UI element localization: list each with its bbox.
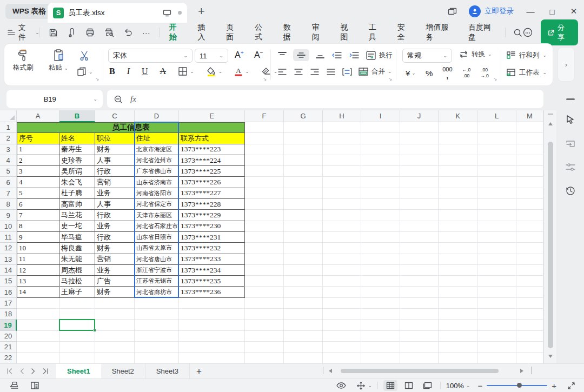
cell-L20[interactable]: [477, 331, 516, 342]
fill-color-button[interactable]: ⌄: [206, 67, 223, 76]
cell-G21[interactable]: [284, 342, 323, 353]
pan-view-icon[interactable]: ⌄: [356, 381, 372, 390]
cell-A7[interactable]: 5: [17, 188, 59, 199]
cell-J6[interactable]: [400, 177, 439, 188]
column-header-M[interactable]: M: [516, 110, 543, 122]
cell-H17[interactable]: [323, 298, 361, 309]
cell-G1[interactable]: [284, 122, 323, 133]
cell-H15[interactable]: [323, 276, 361, 287]
cell-B6[interactable]: 朱会飞: [59, 177, 95, 188]
export-pdf-icon[interactable]: [68, 28, 76, 37]
row-header-8[interactable]: 8: [0, 199, 17, 210]
cell-G18[interactable]: [284, 309, 323, 320]
cell-C15[interactable]: 广告: [95, 276, 135, 287]
cell-B10[interactable]: 史一坨: [59, 221, 95, 232]
row-header-15[interactable]: 15: [0, 276, 17, 287]
cell-E21[interactable]: [179, 342, 245, 353]
row-header-19[interactable]: 19: [0, 320, 17, 330]
tab-home[interactable]: 开始: [169, 19, 183, 45]
cell-B19[interactable]: [59, 320, 95, 330]
cell-M20[interactable]: [516, 331, 543, 342]
cell-L11[interactable]: [477, 232, 516, 243]
row-header-6[interactable]: 6: [0, 177, 17, 188]
cell-D17[interactable]: [135, 298, 179, 309]
cell-C9[interactable]: 行政: [95, 210, 135, 221]
cell-E2[interactable]: 联系方式: [179, 133, 245, 144]
horizontal-scroll-thumb[interactable]: [341, 369, 499, 373]
cell-K16[interactable]: [439, 287, 477, 298]
cell-C8[interactable]: 人事: [95, 199, 135, 210]
cell-M14[interactable]: [516, 265, 543, 276]
cell-B3[interactable]: 秦寿生: [59, 144, 95, 155]
cell-G15[interactable]: [284, 276, 323, 287]
cell-E20[interactable]: [179, 331, 245, 342]
cell-L17[interactable]: [477, 298, 516, 309]
column-header-B[interactable]: B: [59, 110, 95, 122]
cell-M8[interactable]: [516, 199, 543, 210]
cell-E16[interactable]: 1373****236: [179, 287, 245, 298]
cell-A15[interactable]: 13: [17, 276, 59, 287]
cell-G7[interactable]: [284, 188, 323, 199]
cell-J22[interactable]: [400, 353, 439, 363]
last-sheet-icon[interactable]: [42, 368, 49, 374]
cell-G14[interactable]: [284, 265, 323, 276]
cell-G2[interactable]: [284, 133, 323, 144]
cell-J18[interactable]: [400, 309, 439, 320]
cell-B20[interactable]: [59, 331, 95, 342]
cell-J21[interactable]: [400, 342, 439, 353]
monitor-icon[interactable]: [163, 9, 171, 17]
cell-I22[interactable]: [361, 353, 400, 363]
cell-F11[interactable]: [245, 232, 284, 243]
cell-K22[interactable]: [439, 353, 477, 363]
window-stack-icon[interactable]: [448, 8, 457, 16]
cell-D11[interactable]: 山东省日照市: [135, 232, 179, 243]
increase-indent-icon[interactable]: [348, 51, 360, 59]
cell-K4[interactable]: [439, 155, 477, 166]
cell-M1[interactable]: [516, 122, 543, 133]
cell-K21[interactable]: [439, 342, 477, 353]
cell-I14[interactable]: [361, 265, 400, 276]
cell-G13[interactable]: [284, 254, 323, 265]
cell-C17[interactable]: [95, 298, 135, 309]
cell-C10[interactable]: 业务: [95, 221, 135, 232]
font-color-button[interactable]: A⌄: [234, 67, 249, 76]
cell-J19[interactable]: [400, 320, 439, 330]
cell-F19[interactable]: [245, 320, 284, 330]
cell-G4[interactable]: [284, 155, 323, 166]
cell-K17[interactable]: [439, 298, 477, 309]
cell-H12[interactable]: [323, 243, 361, 254]
cell-K11[interactable]: [439, 232, 477, 243]
share-button[interactable]: 分享: [541, 19, 578, 45]
cell-L14[interactable]: [477, 265, 516, 276]
cell-B16[interactable]: 王麻子: [59, 287, 95, 298]
column-header-H[interactable]: H: [323, 110, 361, 122]
row-header-11[interactable]: 11: [0, 232, 17, 243]
cell-I21[interactable]: [361, 342, 400, 353]
cell-M18[interactable]: [516, 309, 543, 320]
vertical-scroll-thumb[interactable]: [548, 142, 553, 348]
align-middle-icon[interactable]: [293, 49, 309, 61]
page-layout-view-icon[interactable]: [420, 380, 435, 391]
cell-L1[interactable]: [477, 122, 516, 133]
cell-G11[interactable]: [284, 232, 323, 243]
column-header-J[interactable]: J: [400, 110, 439, 122]
save-icon[interactable]: [49, 28, 58, 37]
cell-I20[interactable]: [361, 331, 400, 342]
cell-A13[interactable]: 11: [17, 254, 59, 265]
cell-L19[interactable]: [477, 320, 516, 330]
eye-protection-icon[interactable]: [336, 382, 347, 389]
align-left-icon[interactable]: [277, 68, 288, 76]
worksheet-button[interactable]: 工作表⌄: [506, 68, 547, 77]
cell-H2[interactable]: [323, 133, 361, 144]
font-name-select[interactable]: 宋体⌄: [108, 49, 193, 63]
cell-E6[interactable]: 1373****226: [179, 177, 245, 188]
first-sheet-icon[interactable]: [6, 368, 13, 374]
cell-I4[interactable]: [361, 155, 400, 166]
select-all-corner[interactable]: [0, 110, 17, 122]
cell-J1[interactable]: [400, 122, 439, 133]
cell-A5[interactable]: 3: [17, 166, 59, 177]
cell-B12[interactable]: 梅良鑫: [59, 243, 95, 254]
cell-J14[interactable]: [400, 265, 439, 276]
row-header-4[interactable]: 4: [0, 155, 17, 166]
cell-E13[interactable]: 1373****233: [179, 254, 245, 265]
